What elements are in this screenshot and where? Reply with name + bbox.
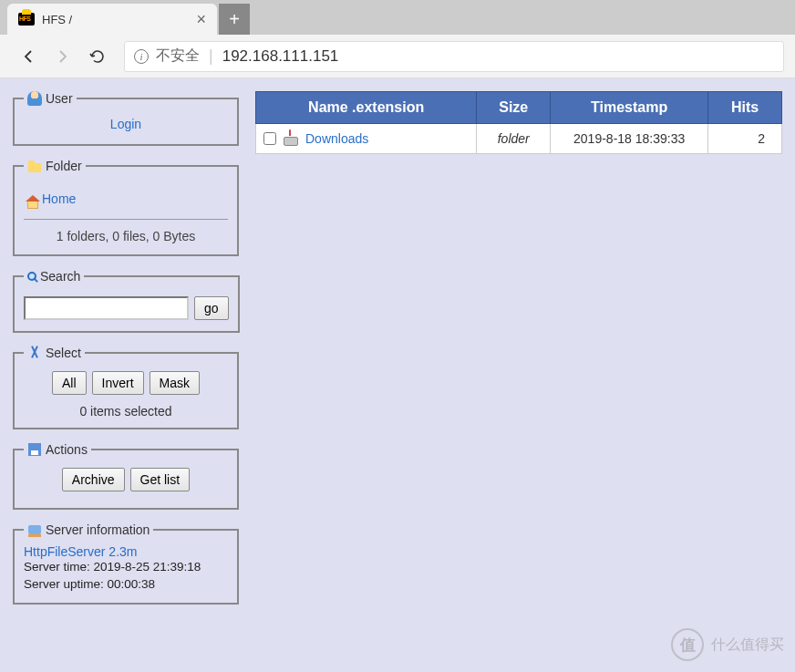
actions-panel: Actions Archive Get list [13, 442, 239, 510]
search-legend-text: Search [40, 269, 80, 284]
tab-title: HFS / [42, 13, 196, 26]
search-input[interactable] [24, 296, 189, 320]
server-panel: Server information HttpFileServer 2.3m S… [13, 522, 239, 605]
search-panel: Search go [13, 269, 240, 333]
drive-icon [284, 131, 298, 146]
back-button[interactable] [11, 39, 46, 74]
select-status: 0 items selected [24, 402, 228, 419]
select-legend-text: Select [46, 346, 81, 360]
table-row: Downloads folder 2019-8-18 18:39:33 2 [256, 124, 782, 154]
actions-legend: Actions [24, 442, 91, 457]
refresh-icon [88, 47, 107, 66]
nav-bar: i 不安全 | 192.168.111.151 [0, 35, 795, 78]
scissors-icon [27, 346, 42, 360]
search-icon [27, 272, 36, 281]
watermark-text: 什么值得买 [711, 636, 784, 655]
col-timestamp[interactable]: Timestamp [551, 92, 708, 124]
archive-button[interactable]: Archive [62, 468, 125, 491]
server-uptime: Server uptime: 00:00:38 [24, 576, 228, 594]
home-link[interactable]: Home [42, 191, 76, 206]
entry-timestamp: 2019-8-18 18:39:33 [551, 124, 708, 154]
select-all-button[interactable]: All [52, 371, 87, 395]
watermark-icon: 值 [671, 628, 704, 661]
getlist-button[interactable]: Get list [130, 468, 191, 491]
col-name[interactable]: Name .extension [256, 92, 477, 124]
folder-panel: Folder Home 1 folders, 0 files, 0 Bytes [13, 159, 239, 256]
arrow-right-icon [54, 47, 72, 66]
new-tab-button[interactable]: + [219, 4, 250, 35]
login-link[interactable]: Login [24, 113, 228, 135]
search-legend: Search [24, 269, 84, 284]
entry-link[interactable]: Downloads [305, 131, 368, 146]
file-table: Name .extension Size Timestamp Hits Down… [255, 91, 782, 154]
server-icon [27, 522, 42, 537]
page-body: User Login Folder Home 1 folders, 0 file… [0, 78, 795, 672]
main-content: Name .extension Size Timestamp Hits Down… [255, 91, 782, 659]
sidebar: User Login Folder Home 1 folders, 0 file… [13, 91, 239, 659]
address-separator: | [209, 47, 213, 66]
server-version-link[interactable]: HttpFileServer 2.3m [24, 544, 137, 559]
entry-hits: 2 [708, 124, 782, 154]
user-panel: User Login [13, 91, 239, 146]
server-legend: Server information [24, 522, 153, 537]
user-legend: User [24, 91, 77, 106]
watermark: 值 什么值得买 [671, 628, 784, 661]
refresh-button[interactable] [80, 39, 115, 74]
row-checkbox[interactable] [263, 132, 276, 145]
select-panel: Select All Invert Mask 0 items selected [13, 346, 239, 429]
select-legend: Select [24, 346, 85, 360]
forward-button[interactable] [46, 39, 80, 74]
close-tab-icon[interactable]: × [196, 11, 206, 27]
home-icon [27, 201, 38, 209]
col-hits[interactable]: Hits [708, 92, 782, 124]
select-mask-button[interactable]: Mask [150, 371, 200, 395]
security-warning: 不安全 [156, 47, 200, 66]
browser-tab[interactable]: HFS / × [7, 4, 217, 35]
select-invert-button[interactable]: Invert [92, 371, 144, 395]
folder-legend: Folder [24, 159, 86, 173]
server-legend-text: Server information [46, 522, 150, 537]
folder-legend-text: Folder [46, 159, 82, 173]
user-legend-text: User [46, 91, 73, 106]
user-icon [27, 91, 42, 106]
arrow-left-icon [19, 47, 37, 66]
col-size[interactable]: Size [477, 92, 551, 124]
tab-bar: HFS / × + [0, 0, 795, 35]
folder-icon [27, 159, 42, 173]
go-button[interactable]: go [194, 296, 229, 320]
folder-stats: 1 folders, 0 files, 0 Bytes [24, 227, 228, 245]
hfs-favicon [18, 13, 35, 26]
server-time: Server time: 2019-8-25 21:39:18 [24, 559, 228, 576]
address-url: 192.168.111.151 [222, 47, 339, 66]
actions-legend-text: Actions [46, 442, 88, 457]
info-icon[interactable]: i [134, 49, 149, 64]
address-bar[interactable]: i 不安全 | 192.168.111.151 [124, 41, 784, 72]
divider [24, 219, 228, 220]
disk-icon [27, 442, 42, 457]
entry-size: folder [477, 124, 551, 154]
